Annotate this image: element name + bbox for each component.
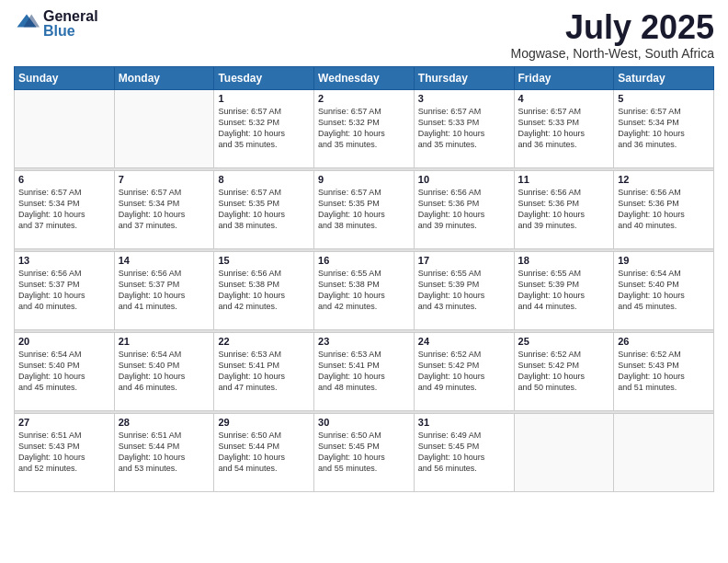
day-cell: 6Sunrise: 6:57 AMSunset: 5:34 PMDaylight… bbox=[15, 170, 115, 248]
logo-icon bbox=[14, 11, 40, 37]
week-row-3: 13Sunrise: 6:56 AMSunset: 5:37 PMDayligh… bbox=[15, 251, 714, 329]
day-cell: 3Sunrise: 6:57 AMSunset: 5:33 PMDaylight… bbox=[414, 89, 514, 167]
day-number: 31 bbox=[418, 417, 510, 428]
day-number: 16 bbox=[318, 255, 410, 266]
weekday-header-saturday: Saturday bbox=[614, 66, 714, 89]
day-info: Sunrise: 6:57 AMSunset: 5:34 PMDaylight:… bbox=[618, 106, 710, 151]
day-number: 24 bbox=[418, 336, 510, 347]
day-number: 1 bbox=[218, 93, 310, 104]
weekday-header-monday: Monday bbox=[114, 66, 214, 89]
day-cell: 8Sunrise: 6:57 AMSunset: 5:35 PMDaylight… bbox=[214, 170, 314, 248]
week-row-5: 27Sunrise: 6:51 AMSunset: 5:43 PMDayligh… bbox=[15, 413, 714, 491]
day-cell: 5Sunrise: 6:57 AMSunset: 5:34 PMDaylight… bbox=[614, 89, 714, 167]
day-info: Sunrise: 6:56 AMSunset: 5:36 PMDaylight:… bbox=[518, 187, 610, 232]
day-number: 8 bbox=[218, 174, 310, 185]
day-cell: 4Sunrise: 6:57 AMSunset: 5:33 PMDaylight… bbox=[514, 89, 614, 167]
day-info: Sunrise: 6:51 AMSunset: 5:43 PMDaylight:… bbox=[18, 430, 110, 475]
day-cell bbox=[614, 413, 714, 491]
day-number: 10 bbox=[418, 174, 510, 185]
day-cell: 18Sunrise: 6:55 AMSunset: 5:39 PMDayligh… bbox=[514, 251, 614, 329]
day-number: 4 bbox=[518, 93, 610, 104]
weekday-header-thursday: Thursday bbox=[414, 66, 514, 89]
day-cell: 24Sunrise: 6:52 AMSunset: 5:42 PMDayligh… bbox=[414, 332, 514, 410]
day-info: Sunrise: 6:49 AMSunset: 5:45 PMDaylight:… bbox=[418, 430, 510, 475]
calendar: SundayMondayTuesdayWednesdayThursdayFrid… bbox=[14, 66, 714, 492]
logo-text: General Blue bbox=[43, 9, 98, 39]
day-number: 20 bbox=[18, 336, 110, 347]
day-info: Sunrise: 6:57 AMSunset: 5:32 PMDaylight:… bbox=[318, 106, 410, 151]
weekday-header-row: SundayMondayTuesdayWednesdayThursdayFrid… bbox=[15, 66, 714, 89]
day-number: 26 bbox=[618, 336, 710, 347]
day-number: 19 bbox=[618, 255, 710, 266]
day-info: Sunrise: 6:56 AMSunset: 5:37 PMDaylight:… bbox=[119, 268, 210, 313]
day-cell: 27Sunrise: 6:51 AMSunset: 5:43 PMDayligh… bbox=[15, 413, 115, 491]
logo-general-text: General bbox=[43, 9, 98, 24]
day-info: Sunrise: 6:55 AMSunset: 5:39 PMDaylight:… bbox=[518, 268, 610, 313]
day-cell: 25Sunrise: 6:52 AMSunset: 5:42 PMDayligh… bbox=[514, 332, 614, 410]
day-cell: 26Sunrise: 6:52 AMSunset: 5:43 PMDayligh… bbox=[614, 332, 714, 410]
day-info: Sunrise: 6:52 AMSunset: 5:42 PMDaylight:… bbox=[518, 349, 610, 394]
day-cell: 9Sunrise: 6:57 AMSunset: 5:35 PMDaylight… bbox=[314, 170, 415, 248]
weekday-header-wednesday: Wednesday bbox=[314, 66, 415, 89]
day-info: Sunrise: 6:50 AMSunset: 5:44 PMDaylight:… bbox=[218, 430, 310, 475]
day-number: 6 bbox=[18, 174, 110, 185]
week-row-1: 1Sunrise: 6:57 AMSunset: 5:32 PMDaylight… bbox=[15, 89, 714, 167]
day-number: 12 bbox=[618, 174, 710, 185]
day-number: 3 bbox=[418, 93, 510, 104]
day-info: Sunrise: 6:52 AMSunset: 5:42 PMDaylight:… bbox=[418, 349, 510, 394]
day-number: 14 bbox=[119, 255, 210, 266]
day-info: Sunrise: 6:55 AMSunset: 5:38 PMDaylight:… bbox=[318, 268, 410, 313]
day-info: Sunrise: 6:57 AMSunset: 5:32 PMDaylight:… bbox=[218, 106, 310, 151]
day-number: 9 bbox=[318, 174, 410, 185]
logo-blue-text: Blue bbox=[43, 24, 98, 39]
day-cell: 17Sunrise: 6:55 AMSunset: 5:39 PMDayligh… bbox=[414, 251, 514, 329]
weekday-header-friday: Friday bbox=[514, 66, 614, 89]
day-cell: 19Sunrise: 6:54 AMSunset: 5:40 PMDayligh… bbox=[614, 251, 714, 329]
day-cell: 21Sunrise: 6:54 AMSunset: 5:40 PMDayligh… bbox=[114, 332, 214, 410]
day-info: Sunrise: 6:57 AMSunset: 5:33 PMDaylight:… bbox=[518, 106, 610, 151]
day-cell: 29Sunrise: 6:50 AMSunset: 5:44 PMDayligh… bbox=[214, 413, 314, 491]
day-cell bbox=[114, 89, 214, 167]
day-cell: 16Sunrise: 6:55 AMSunset: 5:38 PMDayligh… bbox=[314, 251, 415, 329]
day-info: Sunrise: 6:52 AMSunset: 5:43 PMDaylight:… bbox=[618, 349, 710, 394]
day-info: Sunrise: 6:54 AMSunset: 5:40 PMDaylight:… bbox=[18, 349, 110, 394]
day-cell: 2Sunrise: 6:57 AMSunset: 5:32 PMDaylight… bbox=[314, 89, 415, 167]
day-cell: 12Sunrise: 6:56 AMSunset: 5:36 PMDayligh… bbox=[614, 170, 714, 248]
day-info: Sunrise: 6:54 AMSunset: 5:40 PMDaylight:… bbox=[119, 349, 210, 394]
day-number: 18 bbox=[518, 255, 610, 266]
day-cell: 30Sunrise: 6:50 AMSunset: 5:45 PMDayligh… bbox=[314, 413, 415, 491]
day-cell: 10Sunrise: 6:56 AMSunset: 5:36 PMDayligh… bbox=[414, 170, 514, 248]
day-number: 23 bbox=[318, 336, 410, 347]
month-title: July 2025 bbox=[511, 9, 715, 46]
day-number: 5 bbox=[618, 93, 710, 104]
weekday-header-sunday: Sunday bbox=[15, 66, 115, 89]
day-number: 7 bbox=[119, 174, 210, 185]
day-info: Sunrise: 6:57 AMSunset: 5:35 PMDaylight:… bbox=[318, 187, 410, 232]
day-info: Sunrise: 6:51 AMSunset: 5:44 PMDaylight:… bbox=[119, 430, 210, 475]
day-cell: 14Sunrise: 6:56 AMSunset: 5:37 PMDayligh… bbox=[114, 251, 214, 329]
week-row-4: 20Sunrise: 6:54 AMSunset: 5:40 PMDayligh… bbox=[15, 332, 714, 410]
day-number: 30 bbox=[318, 417, 410, 428]
day-number: 15 bbox=[218, 255, 310, 266]
day-number: 2 bbox=[318, 93, 410, 104]
day-number: 22 bbox=[218, 336, 310, 347]
day-number: 27 bbox=[18, 417, 110, 428]
location-title: Mogwase, North-West, South Africa bbox=[511, 46, 715, 61]
day-info: Sunrise: 6:57 AMSunset: 5:35 PMDaylight:… bbox=[218, 187, 310, 232]
day-cell bbox=[514, 413, 614, 491]
day-cell: 11Sunrise: 6:56 AMSunset: 5:36 PMDayligh… bbox=[514, 170, 614, 248]
day-cell bbox=[15, 89, 115, 167]
header: General Blue July 2025 Mogwase, North-We… bbox=[14, 9, 714, 61]
day-info: Sunrise: 6:50 AMSunset: 5:45 PMDaylight:… bbox=[318, 430, 410, 475]
day-number: 28 bbox=[119, 417, 210, 428]
day-info: Sunrise: 6:54 AMSunset: 5:40 PMDaylight:… bbox=[618, 268, 710, 313]
day-cell: 22Sunrise: 6:53 AMSunset: 5:41 PMDayligh… bbox=[214, 332, 314, 410]
day-number: 17 bbox=[418, 255, 510, 266]
day-number: 29 bbox=[218, 417, 310, 428]
day-info: Sunrise: 6:56 AMSunset: 5:37 PMDaylight:… bbox=[18, 268, 110, 313]
day-number: 11 bbox=[518, 174, 610, 185]
day-info: Sunrise: 6:56 AMSunset: 5:38 PMDaylight:… bbox=[218, 268, 310, 313]
day-info: Sunrise: 6:57 AMSunset: 5:33 PMDaylight:… bbox=[418, 106, 510, 151]
day-cell: 15Sunrise: 6:56 AMSunset: 5:38 PMDayligh… bbox=[214, 251, 314, 329]
day-info: Sunrise: 6:53 AMSunset: 5:41 PMDaylight:… bbox=[218, 349, 310, 394]
